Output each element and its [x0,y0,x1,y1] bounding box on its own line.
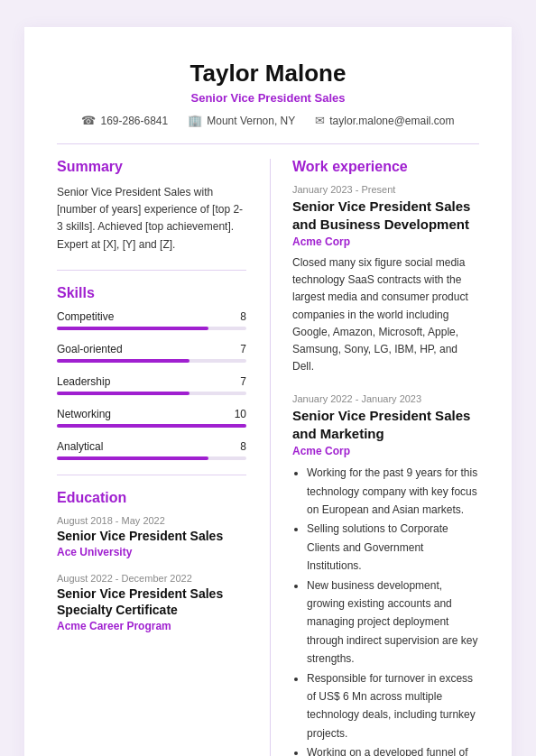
edu-degree: Senior Vice President Sales [57,528,246,544]
contact-bar: ☎ 169-286-6841 🏢 Mount Vernon, NY ✉ tayl… [57,114,479,127]
candidate-title: Senior Vice President Sales [57,91,479,105]
skill-bar-bg [57,327,246,330]
skill-header: Competitive 8 [57,310,246,323]
work-title: Senior Vice President Sales and Marketin… [292,407,479,442]
skill-item: Analytical 8 [57,440,246,460]
work-list: January 2023 - Present Senior Vice Presi… [292,184,479,756]
skills-divider [57,475,246,475]
skill-header: Analytical 8 [57,440,246,453]
work-company: Acme Corp [292,235,479,248]
location-value: Mount Vernon, NY [207,115,295,127]
summary-text: Senior Vice President Sales with [number… [57,184,246,254]
skill-bar-fill [57,392,189,395]
skills-section: Skills Competitive 8 Goal-oriented 7 Lea… [57,285,246,460]
skill-score: 8 [240,440,246,453]
edu-date: August 2022 - December 2022 [57,573,246,584]
skill-bar-bg [57,456,246,460]
left-column: Summary Senior Vice President Sales with… [57,159,246,756]
candidate-name: Taylor Malone [57,60,479,88]
summary-title: Summary [57,159,246,175]
edu-school: Acme Career Program [57,620,246,632]
skill-score: 8 [240,310,246,323]
education-list: August 2018 - May 2022 Senior Vice Presi… [57,515,246,633]
resume-card: Taylor Malone Senior Vice President Sale… [24,27,512,756]
phone-contact: ☎ 169-286-6841 [81,114,168,127]
work-item: January 2022 - January 2023 Senior Vice … [292,393,479,756]
location-icon: 🏢 [188,114,202,127]
skill-item: Goal-oriented 7 [57,343,246,363]
work-date: January 2022 - January 2023 [292,393,479,404]
location-contact: 🏢 Mount Vernon, NY [188,114,295,127]
skill-bar-bg [57,424,246,428]
skill-bar-bg [57,392,246,395]
skill-name: Competitive [57,310,114,323]
phone-icon: ☎ [81,114,96,127]
email-contact: ✉ taylor.malone@email.com [315,114,454,127]
email-value: taylor.malone@email.com [329,115,454,127]
skill-item: Competitive 8 [57,310,246,330]
skill-score: 7 [240,375,246,388]
edu-degree: Senior Vice President Sales Specialty Ce… [57,585,246,618]
edu-school: Ace University [57,546,246,558]
work-bullet: New business development, growing existi… [307,576,479,668]
skill-name: Analytical [57,440,103,453]
skill-header: Networking 10 [57,408,246,420]
skill-name: Goal-oriented [57,343,123,355]
skill-header: Goal-oriented 7 [57,343,246,355]
skills-title: Skills [57,285,246,301]
skill-header: Leadership 7 [57,375,246,388]
work-item: January 2023 - Present Senior Vice Presi… [292,184,479,375]
work-bullets: Working for the past 9 years for this te… [292,464,479,756]
resume-header: Taylor Malone Senior Vice President Sale… [57,60,479,127]
skill-bar-fill [57,359,189,363]
work-company: Acme Corp [292,445,479,457]
work-title: Senior Vice President Sales and Business… [292,198,479,233]
skill-item: Leadership 7 [57,375,246,395]
work-experience-title: Work experience [292,159,479,175]
phone-value: 169-286-6841 [100,115,168,127]
summary-section: Summary Senior Vice President Sales with… [57,159,246,254]
work-date: January 2023 - Present [292,184,479,195]
work-desc: Closed many six figure social media tech… [292,254,479,375]
work-bullet: Working for the past 9 years for this te… [307,464,479,519]
email-icon: ✉ [315,114,325,127]
skill-item: Networking 10 [57,408,246,428]
work-bullet: Working on a developed funnel of US$ 15 … [307,743,479,756]
body-columns: Summary Senior Vice President Sales with… [57,159,479,756]
skill-bar-fill [57,424,246,428]
skill-name: Leadership [57,375,110,388]
skill-name: Networking [57,408,111,420]
skill-score: 10 [235,408,246,420]
education-item: August 2018 - May 2022 Senior Vice Presi… [57,515,246,558]
skills-list: Competitive 8 Goal-oriented 7 Leadership… [57,310,246,460]
skill-bar-bg [57,359,246,363]
education-title: Education [57,490,246,506]
skill-score: 7 [240,343,246,355]
work-bullet: Selling solutions to Corporate Clients a… [307,520,479,575]
right-column: Work experience January 2023 - Present S… [270,159,479,756]
skill-bar-fill [57,327,208,330]
education-section: Education August 2018 - May 2022 Senior … [57,490,246,633]
summary-divider [57,270,246,271]
edu-date: August 2018 - May 2022 [57,515,246,526]
skill-bar-fill [57,456,208,460]
work-bullet: Responsible for turnover in excess of US… [307,669,479,743]
education-item: August 2022 - December 2022 Senior Vice … [57,573,246,632]
header-divider [57,143,479,144]
